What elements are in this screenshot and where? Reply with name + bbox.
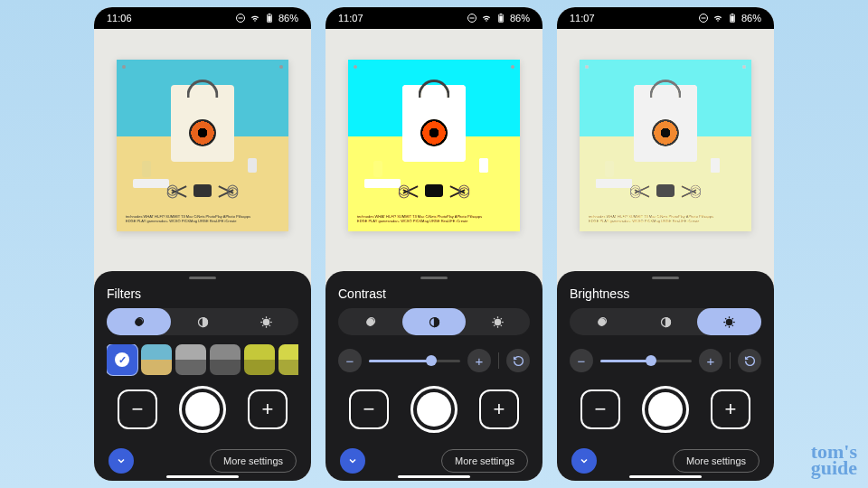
filter-thumb[interactable] (244, 344, 275, 375)
camera-preview-content: technodes WHAT HI-FI? SUMMIT T3 Mac CiNe… (117, 60, 288, 231)
decrease-button[interactable]: − (338, 349, 362, 372)
filter-thumb[interactable] (141, 344, 172, 375)
zoom-out-button[interactable]: − (349, 389, 389, 429)
zoom-in-button[interactable]: + (711, 389, 750, 429)
battery-percent: 86% (741, 13, 761, 23)
tab-brightness[interactable] (466, 308, 530, 335)
adjustment-slider[interactable] (600, 360, 692, 362)
svg-line-49 (725, 324, 726, 325)
wifi-icon (481, 13, 492, 23)
phone-screenshot: 11:06 86% technodes WHAT HI-FI? SUMMIT T… (94, 7, 311, 481)
camera-preview-content: technodes WHAT HI-FI? SUMMIT T3 Mac CiNe… (580, 60, 751, 231)
drag-handle[interactable] (420, 277, 448, 279)
svg-rect-20 (499, 16, 503, 22)
svg-line-30 (494, 318, 495, 319)
svg-point-8 (264, 319, 269, 324)
more-settings-button[interactable]: More settings (673, 449, 760, 473)
dnd-icon (467, 13, 477, 23)
svg-line-31 (501, 324, 502, 325)
svg-line-13 (262, 318, 263, 319)
svg-line-16 (269, 318, 270, 319)
svg-rect-37 (731, 16, 734, 22)
reset-button[interactable] (738, 349, 761, 372)
screenshot-triptych: 11:06 86% technodes WHAT HI-FI? SUMMIT T… (0, 0, 868, 488)
camera-viewfinder[interactable]: technodes WHAT HI-FI? SUMMIT T3 Mac CiNe… (557, 29, 774, 271)
adjustment-tabs (570, 308, 761, 335)
filter-thumb[interactable] (175, 344, 206, 375)
zoom-in-button[interactable]: + (248, 389, 288, 429)
svg-rect-4 (269, 14, 270, 14)
shutter-button[interactable] (642, 386, 689, 433)
decrease-button[interactable]: − (570, 349, 593, 372)
drag-handle[interactable] (652, 277, 679, 279)
zoom-out-button[interactable]: − (580, 389, 620, 429)
controls-panel: Contrast − + − + More settings (326, 271, 542, 481)
svg-line-32 (494, 324, 495, 325)
battery-percent: 86% (278, 13, 298, 23)
increase-button[interactable]: + (699, 349, 722, 372)
panel-title: Brightness (570, 286, 761, 301)
svg-line-47 (725, 318, 726, 319)
panel-title: Filters (107, 286, 298, 301)
clock: 11:06 (107, 13, 132, 23)
camera-viewfinder[interactable]: technodes WHAT HI-FI? SUMMIT T3 Mac CiNe… (94, 29, 311, 271)
filters-list[interactable] (107, 344, 298, 377)
svg-rect-3 (268, 16, 271, 22)
panel-title: Contrast (338, 286, 530, 301)
reset-button[interactable] (506, 349, 530, 372)
camera-viewfinder[interactable]: technodes WHAT HI-FI? SUMMIT T3 Mac CiNe… (326, 29, 542, 271)
collapse-button[interactable] (340, 448, 365, 474)
svg-point-42 (727, 319, 732, 324)
adjustment-slider[interactable] (369, 360, 460, 362)
clock: 11:07 (570, 13, 595, 23)
tab-brightness[interactable] (697, 308, 761, 335)
nav-gesture-bar[interactable] (398, 475, 470, 478)
filter-original[interactable] (107, 344, 137, 375)
tab-contrast[interactable] (634, 308, 698, 335)
filter-thumb[interactable] (210, 344, 241, 375)
battery-icon (264, 13, 275, 23)
svg-line-14 (269, 324, 270, 325)
status-bar: 11:07 86% (557, 7, 774, 29)
filter-thumb[interactable] (278, 344, 298, 375)
battery-icon (727, 13, 738, 23)
watermark-logo: tom'sguide (811, 444, 857, 477)
more-settings-button[interactable]: More settings (441, 449, 528, 473)
svg-rect-38 (731, 14, 733, 14)
svg-line-33 (501, 318, 502, 319)
tab-filters[interactable] (570, 308, 634, 335)
status-bar: 11:06 86% (94, 7, 311, 29)
wifi-icon (250, 13, 260, 23)
svg-rect-21 (500, 14, 502, 14)
collapse-button[interactable] (571, 448, 597, 474)
collapse-button[interactable] (108, 448, 134, 474)
drag-handle[interactable] (189, 277, 216, 279)
clock: 11:07 (338, 13, 363, 23)
shutter-button[interactable] (179, 386, 226, 433)
svg-line-15 (262, 324, 263, 325)
tab-contrast[interactable] (402, 308, 467, 335)
svg-line-50 (732, 318, 733, 319)
camera-preview-content: technodes WHAT HI-FI? SUMMIT T3 Mac CiNe… (348, 60, 520, 231)
increase-button[interactable]: + (467, 349, 491, 372)
tab-filters[interactable] (338, 308, 402, 335)
shutter-button[interactable] (410, 386, 458, 433)
zoom-out-button[interactable]: − (118, 389, 157, 429)
battery-percent: 86% (510, 13, 530, 23)
tab-filters[interactable] (107, 308, 171, 335)
dnd-icon (235, 13, 246, 23)
phone-screenshot: 11:07 86% technodes WHAT HI-FI? SUMMIT T… (326, 7, 542, 481)
controls-panel: Brightness − + − + More settings (557, 271, 774, 481)
controls-panel: Filters − + More settings (94, 271, 311, 481)
nav-gesture-bar[interactable] (629, 475, 702, 478)
more-settings-button[interactable]: More settings (210, 449, 297, 473)
tab-contrast[interactable] (171, 308, 235, 335)
battery-icon (495, 13, 506, 23)
wifi-icon (712, 13, 723, 23)
tab-brightness[interactable] (234, 308, 298, 335)
phone-screenshot: 11:07 86% technodes WHAT HI-FI? SUMMIT T… (557, 7, 774, 481)
zoom-in-button[interactable]: + (479, 389, 519, 429)
nav-gesture-bar[interactable] (166, 475, 239, 478)
dnd-icon (698, 13, 709, 23)
adjustment-tabs (338, 308, 530, 335)
